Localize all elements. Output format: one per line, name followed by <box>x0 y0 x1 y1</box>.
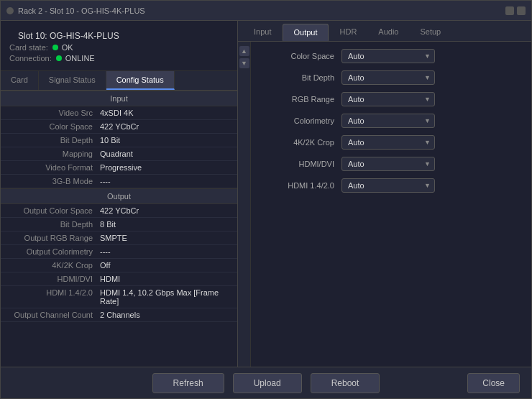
tab-audio[interactable]: Audio <box>368 24 408 41</box>
tab-output[interactable]: Output <box>283 24 328 41</box>
setting-select-wrapper: Auto422 YCbCrRGB <box>341 49 435 63</box>
setting-select-hdmi-1-4-2-0[interactable]: Auto1.42.0 <box>341 178 435 193</box>
close-button[interactable]: Close <box>467 373 520 393</box>
setting-select-wrapper: AutoHDMIDVI <box>341 157 435 171</box>
row-key: Bit Depth <box>6 220 100 229</box>
input-data-table: Video Src4xSDI 4KColor Space422 YCbCrBit… <box>1 106 237 188</box>
setting-label: RGB Range <box>262 95 341 104</box>
setting-select-wrapper: AutoOffOn <box>341 135 435 150</box>
setting-row: ColorimetryAutoBT.601BT.709 <box>262 114 520 128</box>
card-state-label: Card state: <box>9 43 48 52</box>
setting-select-bit-depth[interactable]: Auto8 Bit10 Bit <box>341 70 435 85</box>
titlebar-icon <box>6 7 14 14</box>
titlebar-title: Rack 2 - Slot 10 - OG-HIS-4K-PLUS <box>18 6 145 15</box>
row-val: 4xSDI 4K <box>100 109 133 117</box>
table-row: Video FormatProgressive <box>1 161 237 175</box>
row-val: Quadrant <box>100 150 133 158</box>
card-state-dot <box>52 45 58 50</box>
top-tabs: Input Output HDR Audio Setup <box>238 21 531 42</box>
setting-select-4k-2k-crop[interactable]: AutoOffOn <box>341 135 435 150</box>
minimize-button[interactable] <box>505 6 514 15</box>
card-state-value: OK <box>62 43 73 52</box>
row-key: HDMI/DVI <box>6 275 100 283</box>
row-val: Off <box>100 261 110 270</box>
setting-select-hdmi-dvi[interactable]: AutoHDMIDVI <box>341 157 435 171</box>
table-row: HDMI/DVIHDMI <box>1 272 237 286</box>
row-val: 422 YCbCr <box>100 206 139 215</box>
table-row: HDMI 1.4/2.0HDMI 1.4, 10.2 Gbps Max [Fra… <box>1 286 237 308</box>
row-val: 10 Bit <box>100 136 120 145</box>
row-key: Output Color Space <box>6 206 100 215</box>
row-key: Mapping <box>6 150 100 158</box>
setting-select-color-space[interactable]: Auto422 YCbCrRGB <box>341 49 435 63</box>
tab-setup[interactable]: Setup <box>410 24 451 41</box>
row-key: Bit Depth <box>6 136 100 145</box>
row-val: HDMI 1.4, 10.2 Gbps Max [Frame Rate] <box>100 288 231 306</box>
setting-label: Bit Depth <box>262 73 341 82</box>
output-settings: Color SpaceAuto422 YCbCrRGBBit DepthAuto… <box>251 42 531 367</box>
setting-row: Color SpaceAuto422 YCbCrRGB <box>262 49 520 63</box>
row-val: 422 YCbCr <box>100 122 139 131</box>
setting-label: Colorimetry <box>262 116 341 125</box>
connection-value: ONLINE <box>65 54 95 63</box>
setting-row: RGB RangeAutoFullSMPTE <box>262 92 520 106</box>
right-panel: Input Output HDR Audio Setup ▲ ▼ Color S… <box>238 21 531 367</box>
refresh-button[interactable]: Refresh <box>152 373 224 393</box>
row-val: Progressive <box>100 163 142 172</box>
table-row: Bit Depth8 Bit <box>1 218 237 231</box>
row-val: ---- <box>100 247 111 256</box>
table-row: 4K/2K CropOff <box>1 259 237 272</box>
table-row: Bit Depth10 Bit <box>1 134 237 147</box>
tab-input[interactable]: Input <box>244 24 281 41</box>
card-state-row: Card state: OK <box>9 43 229 52</box>
right-content: ▲ ▼ Color SpaceAuto422 YCbCrRGBBit Depth… <box>238 42 531 367</box>
row-key: Video Format <box>6 163 100 172</box>
setting-select-wrapper: Auto8 Bit10 Bit <box>341 70 435 85</box>
device-info: Slot 10: OG-HIS-4K-PLUS Card state: OK C… <box>1 21 237 71</box>
tab-hdr[interactable]: HDR <box>330 24 367 41</box>
connection-row: Connection: ONLINE <box>9 54 229 63</box>
setting-select-wrapper: Auto1.42.0 <box>341 178 435 193</box>
table-row: Output Colorimetry---- <box>1 245 237 259</box>
nav-down-arrow[interactable]: ▼ <box>239 58 249 68</box>
setting-row: HDMI/DVIAutoHDMIDVI <box>262 157 520 171</box>
tab-signal-status[interactable]: Signal Status <box>39 71 106 90</box>
setting-select-rgb-range[interactable]: AutoFullSMPTE <box>341 92 435 106</box>
footer: Refresh Upload Reboot Close <box>1 367 531 398</box>
row-key: 4K/2K Crop <box>6 261 100 270</box>
close-button[interactable] <box>517 6 526 15</box>
row-val: 8 Bit <box>100 220 116 229</box>
setting-label: HDMI/DVI <box>262 160 341 168</box>
window-controls <box>505 6 526 15</box>
row-key: HDMI 1.4/2.0 <box>6 288 100 306</box>
main-window: Rack 2 - Slot 10 - OG-HIS-4K-PLUS Slot 1… <box>0 0 532 399</box>
nav-up-arrow[interactable]: ▲ <box>239 46 249 56</box>
right-nav: ▲ ▼ <box>238 42 251 367</box>
setting-select-wrapper: AutoBT.601BT.709 <box>341 114 435 128</box>
left-tabs: Card Signal Status Config Status <box>1 71 237 91</box>
row-val: HDMI <box>100 275 120 283</box>
connection-dot <box>56 55 62 61</box>
tab-config-status[interactable]: Config Status <box>106 71 175 90</box>
row-key: Output RGB Range <box>6 234 100 242</box>
row-val: SMPTE <box>100 234 127 242</box>
upload-button[interactable]: Upload <box>233 373 302 393</box>
output-channel-val: 2 Channels <box>100 311 140 319</box>
table-row: MappingQuadrant <box>1 147 237 161</box>
setting-row: 4K/2K CropAutoOffOn <box>262 135 520 150</box>
setting-label: Color Space <box>262 52 341 60</box>
setting-select-wrapper: AutoFullSMPTE <box>341 92 435 106</box>
setting-select-colorimetry[interactable]: AutoBT.601BT.709 <box>341 114 435 128</box>
left-panel: Slot 10: OG-HIS-4K-PLUS Card state: OK C… <box>1 21 238 367</box>
input-section-header: Input <box>1 91 237 106</box>
setting-label: HDMI 1.4/2.0 <box>262 181 341 190</box>
reboot-button[interactable]: Reboot <box>311 373 380 393</box>
tab-card[interactable]: Card <box>1 71 39 90</box>
table-row: Color Space422 YCbCr <box>1 120 237 134</box>
connection-label: Connection: <box>9 54 52 63</box>
row-val: ---- <box>100 177 111 185</box>
main-content: Slot 10: OG-HIS-4K-PLUS Card state: OK C… <box>1 21 531 367</box>
table-row: Video Src4xSDI 4K <box>1 106 237 120</box>
slot-title: Slot 10: OG-HIS-4K-PLUS <box>9 27 229 43</box>
table-row: 3G-B Mode---- <box>1 175 237 188</box>
